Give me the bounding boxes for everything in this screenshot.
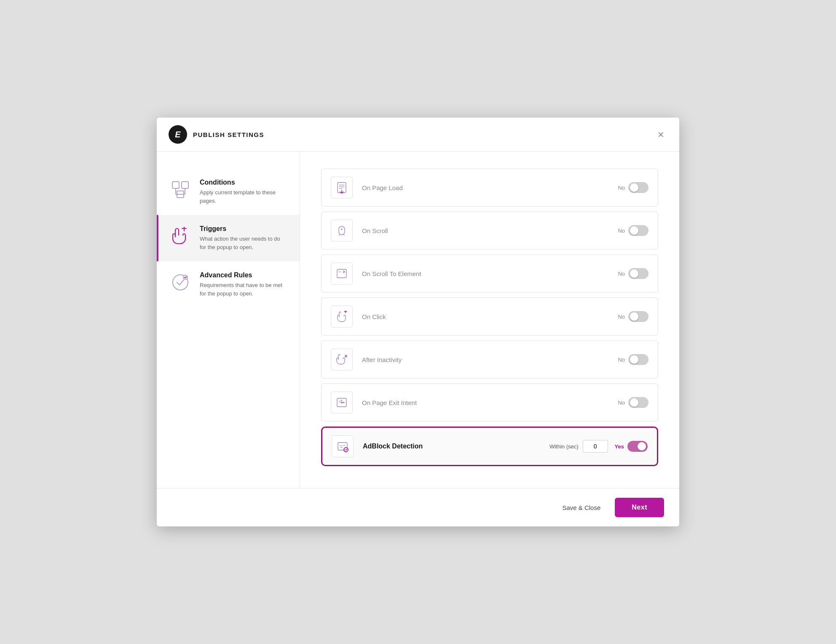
modal-footer: Save & Close Next	[157, 488, 679, 526]
modal-header: E PUBLISH SETTINGS ×	[157, 118, 679, 152]
on-click-label: On Click	[362, 313, 618, 320]
trigger-after-inactivity: After Inactivity No	[321, 341, 658, 378]
sidebar-item-conditions[interactable]: Conditions Apply current template to the…	[157, 169, 300, 215]
page-load-label: On Page Load	[362, 184, 618, 191]
svg-rect-1	[182, 182, 188, 188]
modal-title: PUBLISH SETTINGS	[193, 131, 264, 138]
triggers-content: On Page Load No On Scroll No	[300, 152, 679, 488]
modal-body: Conditions Apply current template to the…	[157, 152, 679, 488]
conditions-icon	[169, 179, 191, 201]
after-inactivity-icon	[331, 349, 353, 370]
header-left: E PUBLISH SETTINGS	[169, 125, 264, 144]
save-close-button[interactable]: Save & Close	[555, 500, 608, 515]
on-click-toggle[interactable]: No	[618, 311, 648, 322]
triggers-icon	[169, 225, 191, 247]
advanced-rules-text: Advanced Rules Requirements that have to…	[200, 271, 287, 298]
elementor-logo: E	[169, 125, 187, 144]
after-inactivity-label: After Inactivity	[362, 356, 618, 363]
adblock-detection-icon	[332, 435, 354, 457]
on-click-switch[interactable]	[628, 311, 648, 322]
page-exit-intent-label: On Page Exit Intent	[362, 399, 618, 406]
page-load-switch[interactable]	[628, 182, 648, 193]
scroll-label: On Scroll	[362, 227, 618, 234]
after-inactivity-switch[interactable]	[628, 354, 648, 365]
page-load-icon	[331, 177, 353, 199]
within-input[interactable]	[583, 440, 608, 453]
svg-rect-13	[337, 269, 346, 278]
trigger-scroll: On Scroll No	[321, 212, 658, 250]
scroll-to-element-icon	[331, 263, 353, 284]
svg-rect-0	[172, 182, 179, 188]
trigger-scroll-to-element: On Scroll To Element No	[321, 255, 658, 292]
scroll-to-element-label: On Scroll To Element	[362, 270, 618, 277]
advanced-rules-icon	[169, 271, 191, 293]
page-exit-intent-icon	[331, 392, 353, 413]
trigger-adblock-detection: AdBlock Detection Within (sec) Yes	[321, 427, 658, 466]
svg-point-12	[341, 228, 343, 230]
close-button[interactable]: ×	[654, 127, 667, 142]
scroll-to-element-toggle[interactable]: No	[618, 268, 648, 279]
publish-settings-modal: E PUBLISH SETTINGS ×	[157, 118, 679, 526]
triggers-text: Triggers What action the user needs to d…	[200, 225, 287, 251]
on-click-icon	[331, 306, 353, 327]
sidebar-item-advanced-rules[interactable]: Advanced Rules Requirements that have to…	[157, 261, 300, 308]
after-inactivity-toggle[interactable]: No	[618, 354, 648, 365]
trigger-on-click: On Click No	[321, 298, 658, 335]
conditions-text: Conditions Apply current template to the…	[200, 179, 287, 205]
page-load-toggle[interactable]: No	[618, 182, 648, 193]
next-button[interactable]: Next	[615, 498, 664, 517]
scroll-to-element-switch[interactable]	[628, 268, 648, 279]
adblock-toggle[interactable]: Yes	[615, 441, 648, 452]
sidebar-item-triggers[interactable]: Triggers What action the user needs to d…	[157, 215, 300, 261]
scroll-toggle[interactable]: No	[618, 225, 648, 236]
scroll-switch[interactable]	[628, 225, 648, 236]
scroll-icon	[331, 220, 353, 241]
page-exit-intent-switch[interactable]	[628, 397, 648, 408]
sidebar: Conditions Apply current template to the…	[157, 152, 300, 488]
trigger-page-exit-intent: On Page Exit Intent No	[321, 384, 658, 421]
adblock-switch[interactable]	[627, 441, 648, 452]
page-exit-intent-toggle[interactable]: No	[618, 397, 648, 408]
trigger-page-load: On Page Load No	[321, 169, 658, 207]
adblock-detection-label: AdBlock Detection	[363, 443, 549, 450]
within-label: Within (sec)	[549, 443, 579, 450]
